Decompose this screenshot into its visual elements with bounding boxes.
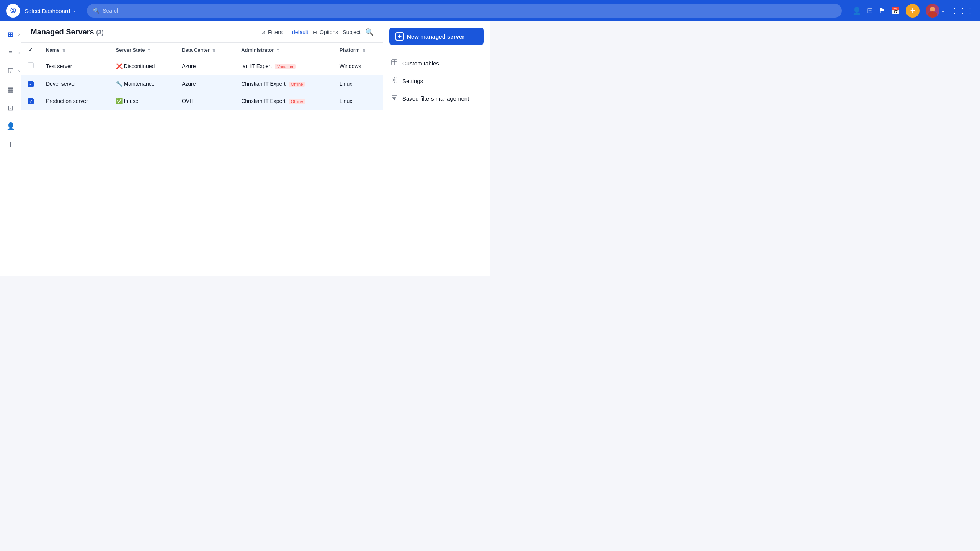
state-icon: ✅ bbox=[116, 98, 122, 104]
col-data-center[interactable]: Data Center ⇅ bbox=[176, 43, 235, 57]
table-row[interactable]: ✓ Devel server 🔧 Maintenance Azure Chris… bbox=[21, 75, 383, 93]
row-name: Production server bbox=[40, 93, 110, 110]
sidebar-item-box[interactable]: ⊡ bbox=[2, 99, 19, 116]
sort-state-icon: ⇅ bbox=[148, 48, 151, 52]
topnav: ① Select Dashboard ⌄ 🔍 Search 👤 ⊟ ⚑ 📅 + … bbox=[0, 0, 490, 21]
row-checkbox[interactable] bbox=[28, 62, 34, 68]
layout: ⊞ › ≡ › ☑ › ▦ ⊡ 👤 ⬆ → Manage bbox=[0, 21, 490, 276]
sort-dc-icon: ⇅ bbox=[212, 48, 216, 52]
sidebar-item-list[interactable]: ≡ › bbox=[2, 44, 19, 61]
upload-icon: ⬆ bbox=[8, 140, 13, 149]
main-content: Managed Servers (3) ⊿ Filters default ⊟ … bbox=[21, 21, 383, 276]
saved-filters-icon bbox=[391, 94, 398, 103]
sidebar-item-person[interactable]: 👤 bbox=[2, 118, 19, 135]
state-icon: 🔧 bbox=[116, 81, 122, 87]
box-icon: ⊡ bbox=[8, 104, 13, 112]
chart-icon: ▦ bbox=[7, 85, 14, 94]
row-checkbox-cell[interactable]: ✓ bbox=[21, 93, 40, 110]
sidebar-item-upload[interactable]: ⬆ bbox=[2, 136, 19, 153]
table-row[interactable]: Test server ❌ Discontinued Azure Ian IT … bbox=[21, 57, 383, 75]
settings-label: Settings bbox=[402, 78, 423, 84]
table-header-row: ✓ Name ⇅ Server State ⇅ Data Center ⇅ Ad… bbox=[21, 43, 383, 57]
list-icon: ≡ bbox=[8, 49, 13, 57]
row-name: Test server bbox=[40, 57, 110, 75]
filter-divider bbox=[287, 28, 287, 36]
status-badge: Offline bbox=[289, 99, 305, 104]
status-badge: Offline bbox=[289, 82, 305, 87]
row-checkbox-cell[interactable] bbox=[21, 57, 40, 75]
search-button[interactable]: 🔍 bbox=[365, 28, 374, 36]
row-administrator: Christian IT Expert Offline bbox=[235, 93, 333, 110]
servers-table: ✓ Name ⇅ Server State ⇅ Data Center ⇅ Ad… bbox=[21, 43, 383, 110]
col-administrator[interactable]: Administrator ⇅ bbox=[235, 43, 333, 57]
tasks-icon: ☑ bbox=[8, 67, 14, 75]
dashboard-label: Select Dashboard bbox=[24, 8, 70, 14]
right-sidebar-menu: Custom tables Settings S bbox=[383, 51, 490, 276]
row-checkbox[interactable]: ✓ bbox=[28, 98, 34, 104]
new-managed-server-button[interactable]: + New managed server bbox=[389, 28, 484, 45]
table-body: Test server ❌ Discontinued Azure Ian IT … bbox=[21, 57, 383, 110]
col-platform[interactable]: Platform ⇅ bbox=[333, 43, 383, 57]
sidebar-item-tasks[interactable]: ☑ › bbox=[2, 63, 19, 80]
row-state: ✅ In use bbox=[110, 93, 176, 110]
svg-point-5 bbox=[394, 79, 395, 81]
state-icon: ❌ bbox=[116, 63, 122, 69]
sort-platform-icon: ⇅ bbox=[363, 48, 366, 52]
filter-icon: ⊿ bbox=[261, 29, 266, 35]
page-title: Managed Servers (3) bbox=[31, 28, 104, 36]
search-bar[interactable]: 🔍 Search bbox=[87, 4, 490, 18]
right-menu-item-saved-filters[interactable]: Saved filters management bbox=[383, 90, 490, 107]
sort-admin-icon: ⇅ bbox=[277, 48, 280, 52]
select-all-header[interactable]: ✓ bbox=[21, 43, 40, 57]
custom-tables-label: Custom tables bbox=[402, 60, 439, 67]
plus-icon: + bbox=[395, 32, 404, 41]
dashboard-icon: ⊞ bbox=[8, 30, 13, 39]
options-button[interactable]: ⊟ Options bbox=[313, 29, 338, 35]
row-state: ❌ Discontinued bbox=[110, 57, 176, 75]
row-checkbox[interactable]: ✓ bbox=[28, 81, 34, 87]
row-datacenter: Azure bbox=[176, 75, 235, 93]
chevron-down-icon: ⌄ bbox=[72, 8, 76, 13]
page-header: Managed Servers (3) ⊿ Filters default ⊟ … bbox=[21, 21, 383, 43]
check-all-icon[interactable]: ✓ bbox=[28, 47, 34, 53]
saved-filters-label: Saved filters management bbox=[402, 95, 469, 102]
servers-table-container: ✓ Name ⇅ Server State ⇅ Data Center ⇅ Ad… bbox=[21, 43, 383, 110]
row-platform: Windows bbox=[333, 57, 383, 75]
sort-name-icon: ⇅ bbox=[62, 48, 65, 52]
row-platform: Linux bbox=[333, 75, 383, 93]
status-badge: Vacation bbox=[275, 64, 296, 69]
logo[interactable]: ① bbox=[6, 4, 20, 18]
sidebar-item-chart[interactable]: ▦ bbox=[2, 81, 19, 98]
filters-button[interactable]: ⊿ Filters bbox=[261, 29, 283, 35]
options-icon: ⊟ bbox=[313, 29, 317, 35]
right-sidebar: + New managed server Custom tables bbox=[383, 21, 490, 276]
col-server-state[interactable]: Server State ⇅ bbox=[110, 43, 176, 57]
row-state: 🔧 Maintenance bbox=[110, 75, 176, 93]
settings-icon bbox=[391, 77, 398, 85]
row-administrator: Ian IT Expert Vacation bbox=[235, 57, 333, 75]
dashboard-select[interactable]: Select Dashboard ⌄ bbox=[24, 8, 76, 14]
search-placeholder: Search bbox=[103, 8, 119, 14]
right-menu-item-settings[interactable]: Settings bbox=[383, 72, 490, 90]
row-checkbox-cell[interactable]: ✓ bbox=[21, 75, 40, 93]
row-name: Devel server bbox=[40, 75, 110, 93]
row-datacenter: OVH bbox=[176, 93, 235, 110]
person-sidebar-icon: 👤 bbox=[7, 122, 15, 130]
row-administrator: Christian IT Expert Offline bbox=[235, 75, 333, 93]
col-name[interactable]: Name ⇅ bbox=[40, 43, 110, 57]
row-datacenter: Azure bbox=[176, 57, 235, 75]
subject-label: Subject bbox=[343, 29, 361, 35]
table-row[interactable]: ✓ Production server ✅ In use OVH Christi… bbox=[21, 93, 383, 110]
sidebar-item-dashboard[interactable]: ⊞ › bbox=[2, 26, 19, 43]
search-icon: 🔍 bbox=[93, 8, 100, 14]
custom-tables-icon bbox=[391, 59, 398, 67]
header-actions: ⊿ Filters default ⊟ Options Subject 🔍 bbox=[261, 28, 374, 36]
count-badge: (3) bbox=[96, 29, 104, 36]
row-platform: Linux bbox=[333, 93, 383, 110]
default-filter-badge[interactable]: default bbox=[292, 29, 308, 35]
right-menu-item-custom-tables[interactable]: Custom tables bbox=[383, 54, 490, 72]
left-sidebar: ⊞ › ≡ › ☑ › ▦ ⊡ 👤 ⬆ → bbox=[0, 21, 21, 276]
